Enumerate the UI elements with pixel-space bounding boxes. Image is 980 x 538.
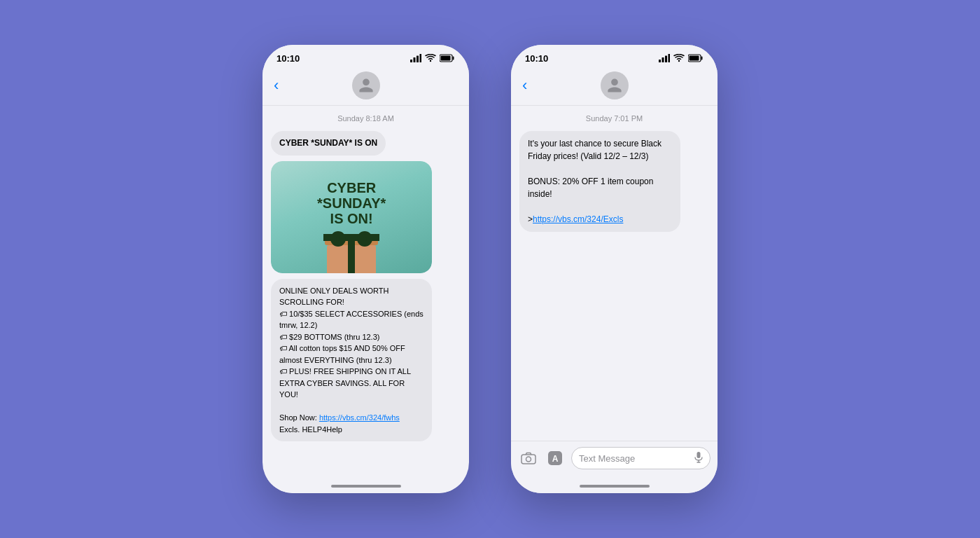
input-bar-2: A Text Message: [511, 441, 718, 479]
svg-point-17: [526, 457, 531, 462]
svg-rect-1: [414, 57, 416, 62]
battery-icon-1: [440, 54, 455, 62]
phone-2: 10:10 ‹: [511, 45, 718, 493]
svg-rect-11: [668, 54, 671, 62]
svg-rect-20: [697, 452, 701, 458]
home-indicator-2: [511, 479, 718, 493]
nav-bar-1: ‹: [262, 67, 469, 106]
svg-rect-9: [662, 57, 664, 62]
signal-icon-2: [659, 54, 670, 62]
timestamp-2: Sunday 7:01 PM: [519, 114, 709, 123]
appstore-button[interactable]: A: [545, 448, 566, 469]
nav-bar-2: ‹: [511, 67, 718, 106]
message-area-2: Sunday 7:01 PM It's your last chance to …: [511, 106, 718, 441]
mms-image-1: CYBER *SUNDAY* IS ON!: [271, 161, 432, 273]
svg-rect-14: [701, 57, 703, 60]
status-icons-2: [659, 54, 704, 62]
avatar-1: [352, 71, 380, 99]
mms-image-inner-1: CYBER *SUNDAY* IS ON!: [271, 161, 432, 273]
svg-rect-16: [522, 455, 536, 464]
microphone-icon: [694, 452, 703, 463]
shop-now-link[interactable]: https://vbs.cm/324/fwhs: [319, 413, 400, 422]
svg-rect-8: [659, 60, 661, 62]
svg-rect-0: [410, 60, 412, 62]
input-placeholder: Text Message: [579, 453, 635, 464]
shop-now-text: Shop Now: https://vbs.cm/324/fwhs Excls.…: [279, 412, 424, 435]
status-icons-1: [410, 54, 455, 62]
bubble-link-prefix: >: [528, 214, 533, 224]
message-bubble-header-1: CYBER *SUNDAY* IS ON: [271, 131, 386, 156]
svg-rect-6: [453, 57, 454, 60]
bubble-text-line1: It's your last chance to secure Black Fr…: [528, 137, 672, 163]
battery-icon-2: [688, 54, 704, 62]
mms-title-1: CYBER *SUNDAY* IS ON!: [317, 180, 386, 254]
status-time-2: 10:10: [525, 53, 548, 64]
svg-rect-3: [420, 54, 422, 62]
wifi-icon-1: [425, 54, 436, 62]
signal-icon-1: [410, 54, 421, 62]
timestamp-1: Sunday 8:18 AM: [271, 114, 461, 123]
mic-icon: [694, 452, 703, 465]
camera-icon: [521, 452, 536, 464]
status-bar-2: 10:10: [511, 45, 718, 67]
svg-point-4: [430, 60, 431, 62]
message-area-1: Sunday 8:18 AM CYBER *SUNDAY* IS ON CYBE…: [262, 106, 469, 479]
message-bubble-1-phone2: It's your last chance to secure Black Fr…: [519, 131, 680, 232]
wifi-icon-2: [673, 54, 685, 62]
svg-point-12: [678, 60, 680, 62]
deals-text: ONLINE ONLY DEALS WORTH SCROLLING FOR! 🏷…: [279, 285, 424, 401]
home-indicator-1: [262, 479, 469, 493]
back-button-2[interactable]: ‹: [522, 76, 527, 95]
svg-text:A: A: [552, 454, 559, 464]
bubble-link[interactable]: https://vbs.cm/324/Excls: [533, 214, 623, 224]
back-button-1[interactable]: ‹: [274, 76, 279, 95]
phone-1: 10:10: [262, 45, 469, 493]
home-bar-1: [331, 485, 401, 488]
home-bar-2: [580, 485, 650, 488]
svg-rect-2: [416, 56, 419, 63]
camera-button[interactable]: [518, 448, 539, 469]
bubble-text-line2: BONUS: 20% OFF 1 item coupon inside!: [528, 175, 672, 200]
appstore-icon: A: [547, 450, 563, 466]
svg-rect-7: [441, 56, 451, 61]
status-time-1: 10:10: [276, 53, 300, 64]
svg-rect-10: [665, 56, 667, 63]
avatar-2: [601, 71, 629, 99]
text-message-input[interactable]: Text Message: [571, 447, 710, 469]
person-icon-1: [358, 77, 374, 94]
svg-rect-15: [690, 56, 699, 61]
message-bubble-body-1: ONLINE ONLY DEALS WORTH SCROLLING FOR! 🏷…: [271, 279, 432, 442]
person-icon-2: [606, 77, 623, 94]
status-bar-1: 10:10: [262, 45, 469, 67]
